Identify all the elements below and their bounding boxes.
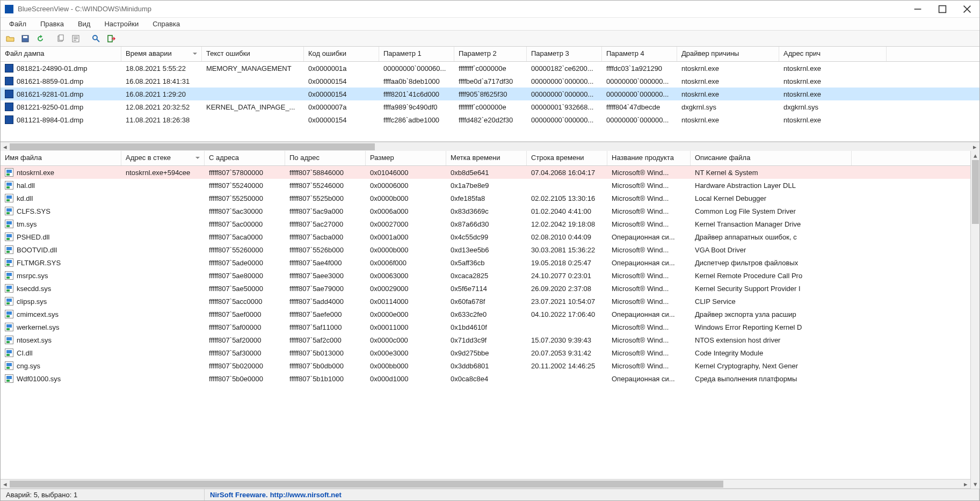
b-header-7[interactable]: Название продукта xyxy=(607,151,691,165)
t-header-1[interactable]: Время аварии xyxy=(121,47,202,61)
toolbar-open-button[interactable] xyxy=(4,32,17,45)
module-cell: 0x000d1000 xyxy=(366,375,446,383)
module-cell: 0x000e3000 xyxy=(366,349,446,357)
exit-icon xyxy=(107,34,115,43)
t-header-3[interactable]: Код ошибки xyxy=(304,47,379,61)
svg-rect-7 xyxy=(108,35,112,42)
module-row[interactable]: tm.sysfffff807`5ac00000fffff807`5ac27000… xyxy=(1,217,970,230)
module-cell: FLTMGR.SYS xyxy=(1,258,121,267)
module-row[interactable]: ntoskrnl.exentoskrnl.exe+594ceefffff807`… xyxy=(1,166,970,179)
menu-вид[interactable]: Вид xyxy=(72,19,96,29)
module-list-pane: Имя файлаАдрес в стекеС адресаПо адресРа… xyxy=(1,151,979,489)
module-file-icon xyxy=(5,220,13,228)
module-cell: 0x000bb000 xyxy=(366,362,446,370)
dump-row[interactable]: 081121-8984-01.dmp11.08.2021 18:26:380x0… xyxy=(1,113,979,126)
dump-row[interactable]: 081621-8859-01.dmp16.08.2021 18:41:310x0… xyxy=(1,75,979,88)
dump-row[interactable]: 081221-9250-01.dmp12.08.2021 20:32:52KER… xyxy=(1,100,979,113)
module-cell: Microsoft® Wind... xyxy=(607,220,691,228)
module-vscrollbar[interactable]: ▴ ▾ xyxy=(970,151,979,489)
close-button[interactable] xyxy=(955,1,979,18)
module-row[interactable]: werkernel.sysfffff807`5af00000fffff807`5… xyxy=(1,321,970,333)
dump-cell: 081221-9250-01.dmp xyxy=(1,103,121,111)
scroll-down-icon[interactable]: ▾ xyxy=(971,480,980,489)
module-row[interactable]: kd.dllfffff807`55250000fffff807`5525b000… xyxy=(1,192,970,205)
b-header-5[interactable]: Метка времени xyxy=(446,151,527,165)
titlebar: BlueScreenView - C:\WINDOWS\Minidump xyxy=(1,1,979,18)
module-cell: fffff807`55240000 xyxy=(205,181,285,190)
module-row[interactable]: hal.dllfffff807`55240000fffff807`5524600… xyxy=(1,179,970,192)
menu-справка[interactable]: Справка xyxy=(147,19,185,29)
t-header-0[interactable]: Файл дампа xyxy=(1,47,121,61)
module-cell: 30.03.2081 15:36:22 xyxy=(527,246,607,254)
svg-rect-4 xyxy=(59,35,63,40)
dump-row[interactable]: 081621-9281-01.dmp16.08.2021 1:29:200x00… xyxy=(1,88,979,100)
status-count: Аварий: 5, выбрано: 1 xyxy=(1,489,205,500)
t-header-9[interactable]: Адрес прич xyxy=(779,47,887,61)
module-row[interactable]: cng.sysfffff807`5b020000fffff807`5b0db00… xyxy=(1,359,970,372)
toolbar-properties-button[interactable] xyxy=(69,32,82,45)
b-header-3[interactable]: По адрес xyxy=(285,151,366,165)
scroll-up-icon[interactable]: ▴ xyxy=(971,151,980,160)
toolbar-refresh-button[interactable] xyxy=(34,32,47,45)
b-header-6[interactable]: Строка времени xyxy=(527,151,607,165)
toolbar-copy-button[interactable] xyxy=(54,32,67,45)
menu-настройки[interactable]: Настройки xyxy=(99,19,144,29)
module-cell: Microsoft® Wind... xyxy=(607,336,691,344)
module-row[interactable]: CLFS.SYSfffff807`5ac30000fffff807`5ac9a0… xyxy=(1,205,970,217)
module-row[interactable]: BOOTVID.dllfffff807`55260000fffff807`552… xyxy=(1,243,970,256)
module-row[interactable]: FLTMGR.SYSfffff807`5ade0000fffff807`5ae4… xyxy=(1,256,970,269)
module-row[interactable]: CI.dllfffff807`5af30000fffff807`5b013000… xyxy=(1,346,970,359)
scroll-right-icon[interactable]: ▸ xyxy=(970,142,979,151)
module-row[interactable]: msrpc.sysfffff807`5ae80000fffff807`5aee3… xyxy=(1,269,970,282)
status-link-segment: NirSoft Freeware. http://www.nirsoft.net xyxy=(205,489,979,500)
t-header-4[interactable]: Параметр 1 xyxy=(379,47,454,61)
b-header-4[interactable]: Размер xyxy=(366,151,446,165)
module-cell: 0x00063000 xyxy=(366,272,446,280)
scroll-right-icon[interactable]: ▸ xyxy=(961,480,970,489)
b-header-8[interactable]: Описание файла xyxy=(691,151,852,165)
dump-row[interactable]: 081821-24890-01.dmp18.08.2021 5:55:22MEM… xyxy=(1,62,979,75)
t-header-6[interactable]: Параметр 3 xyxy=(527,47,602,61)
dump-cell: ntoskrnl.exe xyxy=(779,64,887,72)
module-row[interactable]: ntosext.sysfffff807`5af20000fffff807`5af… xyxy=(1,333,970,346)
menu-правка[interactable]: Правка xyxy=(35,19,69,29)
module-row[interactable]: ksecdd.sysfffff807`5ae50000fffff807`5ae7… xyxy=(1,282,970,295)
module-grid: Имя файлаАдрес в стекеС адресаПо адресРа… xyxy=(1,151,970,489)
module-cell: Microsoft® Wind... xyxy=(607,181,691,190)
dump-cell: ffffdc03`1a921290 xyxy=(602,64,677,72)
module-cell: 0x71dd3c9f xyxy=(446,336,527,344)
dump-hscrollbar[interactable]: ◂ ▸ xyxy=(1,142,979,151)
dump-file-icon xyxy=(5,103,13,111)
module-row[interactable]: cmimcext.sysfffff807`5aef0000fffff807`5a… xyxy=(1,308,970,321)
dump-grid-body[interactable]: 081821-24890-01.dmp18.08.2021 5:55:22MEM… xyxy=(1,62,979,141)
module-cell: Microsoft® Wind... xyxy=(607,194,691,202)
t-header-5[interactable]: Параметр 2 xyxy=(454,47,527,61)
maximize-button[interactable] xyxy=(930,1,955,18)
refresh-icon xyxy=(36,34,45,43)
t-header-7[interactable]: Параметр 4 xyxy=(602,47,677,61)
b-header-0[interactable]: Имя файла xyxy=(1,151,121,165)
b-header-2[interactable]: С адреса xyxy=(205,151,285,165)
toolbar-find-button[interactable] xyxy=(90,32,103,45)
nirsoft-link[interactable]: http://www.nirsoft.net xyxy=(270,491,342,499)
module-cell: 0x0006f000 xyxy=(366,259,446,267)
module-hscrollbar[interactable]: ◂ ▸ xyxy=(1,479,970,488)
b-header-1[interactable]: Адрес в стеке xyxy=(121,151,205,165)
t-header-8[interactable]: Драйвер причины xyxy=(677,47,779,61)
scroll-left-icon[interactable]: ◂ xyxy=(1,480,10,489)
module-row[interactable]: PSHED.dllfffff807`5aca0000fffff807`5acba… xyxy=(1,230,970,243)
module-row[interactable]: Wdf01000.sysfffff807`5b0e0000fffff807`5b… xyxy=(1,372,970,385)
module-cell: fffff807`5ae4f000 xyxy=(285,259,366,267)
minimize-button[interactable] xyxy=(905,1,930,18)
svg-rect-2 xyxy=(23,36,27,38)
scroll-left-icon[interactable]: ◂ xyxy=(1,142,10,151)
module-grid-body[interactable]: ntoskrnl.exentoskrnl.exe+594ceefffff807`… xyxy=(1,166,970,479)
t-header-2[interactable]: Текст ошибки xyxy=(202,47,304,61)
menu-файл[interactable]: Файл xyxy=(4,19,32,29)
dump-grid: Файл дампаВремя аварииТекст ошибкиКод ош… xyxy=(1,47,979,142)
module-cell: Local Kernel Debugger xyxy=(691,194,852,202)
toolbar-exit-button[interactable] xyxy=(105,32,118,45)
toolbar-save-button[interactable] xyxy=(19,32,32,45)
module-cell: fffff807`5526b000 xyxy=(285,246,366,254)
module-row[interactable]: clipsp.sysfffff807`5acc0000fffff807`5add… xyxy=(1,295,970,308)
